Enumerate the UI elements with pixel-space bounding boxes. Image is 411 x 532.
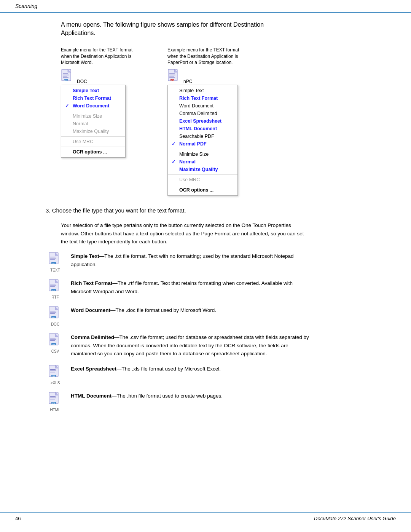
left-icon-row: DOC DOC xyxy=(61,69,87,84)
svg-rect-54 xyxy=(50,398,56,398)
menu-item-min-size-left[interactable]: Minimize Size xyxy=(61,112,125,120)
format-label-xls: >XLS xyxy=(51,381,60,385)
format-label-html: HTML xyxy=(50,408,60,412)
svg-text:RTF: RTF xyxy=(53,289,56,291)
format-item-doc: DOC DOC Word Document—The .doc file form… xyxy=(46,306,396,326)
left-icon-label: DOC xyxy=(77,79,87,84)
menu-item-rtf-left[interactable]: Rich Text Format xyxy=(61,94,125,102)
menu-item-use-mrc-right[interactable]: Use MRC xyxy=(168,176,237,184)
doc-icon-right: nPC xyxy=(167,69,181,84)
menu-item-excel-right[interactable]: Excel Spreadsheet xyxy=(168,117,237,125)
format-text-simple: Simple Text—The .txt file format. Text w… xyxy=(71,252,314,268)
svg-rect-12 xyxy=(169,76,174,77)
page-footer: 46 DocuMate 272 Scanner User's Guide xyxy=(0,512,411,524)
svg-rect-4 xyxy=(63,76,67,77)
menu-examples-section: Example menu for the TEXT format when th… xyxy=(61,47,396,196)
menu-item-min-size-right[interactable]: Minimize Size xyxy=(168,150,237,158)
menu-item-use-mrc-left[interactable]: Use MRC xyxy=(61,138,125,145)
separator-1-right xyxy=(168,149,237,149)
menu-example-left: Example menu for the TEXT format when th… xyxy=(61,47,137,158)
svg-text:DOC: DOC xyxy=(52,316,55,318)
svg-rect-25 xyxy=(50,284,56,284)
svg-rect-32 xyxy=(50,311,56,312)
svg-rect-48 xyxy=(50,372,55,372)
format-icon-doc: DOC DOC xyxy=(46,306,65,326)
svg-rect-2 xyxy=(63,73,68,74)
svg-rect-13 xyxy=(169,77,175,78)
format-label-rtf: RTF xyxy=(51,295,59,299)
right-icon-label: nPC xyxy=(183,79,192,84)
svg-rect-27 xyxy=(50,286,55,287)
left-dropdown-menu: Simple Text Rich Text Format Word Docume… xyxy=(61,85,126,158)
format-icon-csv: CSV CSV xyxy=(46,333,65,353)
format-icon-xls: XLS >XLS xyxy=(46,365,65,385)
format-text-xls: Excel Spreadsheet—The .xls file format u… xyxy=(71,365,314,373)
format-icon-rtf: RTF RTF xyxy=(46,279,65,299)
menu-item-normal-right[interactable]: Normal xyxy=(168,158,237,166)
svg-rect-47 xyxy=(50,371,56,371)
page-header: Scanning xyxy=(0,0,411,13)
left-caption: Example menu for the TEXT format when th… xyxy=(61,47,137,66)
svg-rect-39 xyxy=(50,338,56,339)
menu-item-max-quality-left[interactable]: Maximize Quality xyxy=(61,128,125,135)
footer-doc-title: DocuMate 272 Scanner User's Guide xyxy=(314,516,396,521)
menu-item-simple-text-left[interactable]: Simple Text xyxy=(61,87,125,94)
svg-text:CSV: CSV xyxy=(52,343,55,345)
main-heading: A menu opens. The following figure shows… xyxy=(61,21,289,38)
svg-rect-46 xyxy=(50,369,56,370)
svg-text:XLS: XLS xyxy=(53,375,55,377)
svg-rect-19 xyxy=(50,258,56,259)
step-3-body: Your selection of a file type pertains o… xyxy=(61,221,304,246)
separator-3-right xyxy=(168,185,237,185)
format-item-rtf: RTF RTF Rich Text Format—The .rtf file f… xyxy=(46,279,396,299)
step-3-heading: 3. Choose the file type that you want fo… xyxy=(46,207,396,214)
menu-item-ocr-left[interactable]: OCR options ... xyxy=(61,148,125,156)
menu-item-normal-pdf-right[interactable]: Normal PDF xyxy=(168,140,237,148)
svg-rect-20 xyxy=(50,259,55,260)
svg-rect-18 xyxy=(50,257,56,257)
svg-text:DOC: DOC xyxy=(64,79,68,81)
right-caption: Example menu for the TEXT format when th… xyxy=(167,47,244,66)
doc-icon-left: DOC xyxy=(61,69,75,84)
svg-text:HTML: HTML xyxy=(52,402,55,404)
menu-item-max-quality-right[interactable]: Maximize Quality xyxy=(168,166,237,173)
format-item-csv: CSV CSV Comma Delimited—The .csv file fo… xyxy=(46,333,396,358)
svg-rect-33 xyxy=(50,312,56,313)
format-item-html: HTML HTML HTML Document—The .htm file fo… xyxy=(46,392,396,412)
menu-item-searchable-pdf-right[interactable]: Searchable PDF xyxy=(168,133,237,140)
format-text-rtf: Rich Text Format—The .rtf file format. T… xyxy=(71,279,314,296)
main-content: A menu opens. The following figure shows… xyxy=(0,21,411,442)
right-dropdown-menu: Simple Text Rich Text Format Word Docume… xyxy=(167,85,238,196)
step-3-title: Choose the file type that you want for t… xyxy=(52,207,186,214)
svg-rect-11 xyxy=(169,75,175,75)
separator-1-left xyxy=(61,111,125,111)
format-icon-html: HTML HTML xyxy=(46,392,65,412)
separator-2-left xyxy=(61,136,125,137)
svg-rect-26 xyxy=(50,285,56,286)
step-number: 3. xyxy=(46,207,52,214)
format-item-text: TEXT TEXT Simple Text—The .txt file form… xyxy=(46,252,396,272)
format-label-doc: DOC xyxy=(51,322,59,326)
svg-text:nPC: nPC xyxy=(171,79,174,81)
svg-rect-55 xyxy=(50,399,55,399)
format-text-csv: Comma Delimited—The .csv file format; us… xyxy=(71,333,314,358)
menu-item-ocr-right[interactable]: OCR options ... xyxy=(168,186,237,194)
menu-item-word-doc-left[interactable]: Word Document xyxy=(61,102,125,110)
menu-item-simple-text-right[interactable]: Simple Text xyxy=(168,87,237,94)
menu-item-word-doc-right[interactable]: Word Document xyxy=(168,102,237,110)
footer-page-number: 46 xyxy=(15,516,21,521)
format-list: TEXT TEXT Simple Text—The .txt file form… xyxy=(46,252,396,412)
svg-rect-41 xyxy=(50,340,55,341)
svg-rect-10 xyxy=(169,73,175,74)
menu-item-normal-left[interactable]: Normal xyxy=(61,120,125,128)
menu-example-right: Example menu for the TEXT format when th… xyxy=(167,47,244,196)
step-3-section: 3. Choose the file type that you want fo… xyxy=(46,207,396,214)
format-label-csv: CSV xyxy=(51,349,59,353)
format-text-doc: Word Document—The .doc file format used … xyxy=(71,306,314,315)
menu-item-html-right[interactable]: HTML Document xyxy=(168,125,237,133)
separator-2-right xyxy=(168,174,237,175)
right-icon-row: nPC nPC xyxy=(167,69,192,84)
menu-item-comma-delimited-right[interactable]: Comma Delimited xyxy=(168,110,237,117)
menu-item-rtf-right[interactable]: Rich Text Format xyxy=(168,94,237,102)
svg-rect-3 xyxy=(63,75,69,75)
